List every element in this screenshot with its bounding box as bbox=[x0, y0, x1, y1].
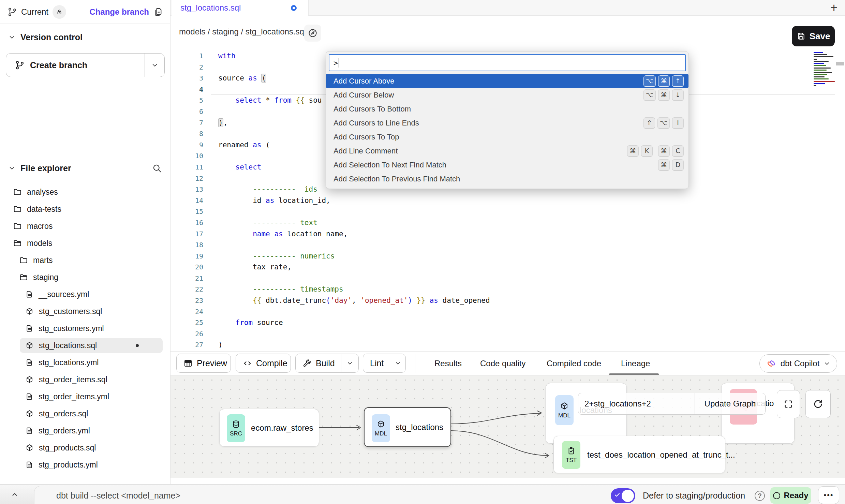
file-icon bbox=[25, 392, 33, 401]
change-branch-link[interactable]: Change branch bbox=[89, 7, 149, 17]
command-item-add-selection-to-previous-find-match[interactable]: Add Selection To Previous Find Match bbox=[326, 172, 688, 186]
tab-code-quality[interactable]: Code quality bbox=[480, 352, 525, 375]
line-number: 25 bbox=[171, 317, 203, 328]
keycap: ⌥ bbox=[643, 75, 656, 87]
command-item-add-cursors-to-line-ends[interactable]: Add Cursors to Line Ends⇧⌥I bbox=[326, 116, 688, 130]
line-number: 9 bbox=[171, 139, 203, 151]
line-number: 19 bbox=[171, 251, 203, 262]
line-text: tax_rate, bbox=[218, 262, 292, 273]
tab-lineage[interactable]: Lineage bbox=[621, 352, 650, 375]
minimap[interactable] bbox=[814, 52, 835, 87]
new-tab-button[interactable]: + bbox=[830, 2, 837, 14]
chevron-down-icon bbox=[8, 164, 16, 172]
fullscreen-button[interactable] bbox=[777, 390, 800, 418]
more-options-button[interactable]: ••• bbox=[818, 486, 839, 504]
lineage-canvas[interactable]: SRC ecom.raw_stores MDL stg_locations MD… bbox=[171, 375, 845, 478]
tab-results[interactable]: Results bbox=[434, 352, 462, 375]
lineage-search-input[interactable]: 2+stg_locations+2 bbox=[578, 399, 695, 409]
shortcut-group: ⌘K bbox=[627, 145, 653, 157]
command-label: Add Cursors to Line Ends bbox=[333, 119, 419, 128]
file-item-stg-locations-sql[interactable]: stg_locations.sql bbox=[0, 337, 170, 354]
dbt-copilot-button[interactable]: dbt Copilot bbox=[759, 354, 837, 373]
command-label: Add Line Comment bbox=[333, 147, 398, 155]
file-label: staging bbox=[33, 273, 58, 282]
navigate-button[interactable] bbox=[304, 25, 321, 42]
line-number: 2 bbox=[171, 62, 203, 73]
chevron-up-icon[interactable] bbox=[10, 490, 19, 499]
command-input[interactable]: dbt build --select <model_name> bbox=[56, 486, 180, 504]
breadcrumb: models / staging / stg_locations.sql bbox=[179, 16, 306, 48]
version-control-header[interactable]: Version control bbox=[0, 29, 170, 45]
file-item-stg-products-sql[interactable]: stg_products.sql bbox=[0, 439, 170, 456]
build-dropdown[interactable] bbox=[341, 354, 358, 372]
command-item-add-cursor-above[interactable]: Add Cursor Above⌥⌘↑ bbox=[326, 74, 688, 88]
git-branch-icon bbox=[15, 60, 25, 70]
command-label: Add Cursor Below bbox=[333, 91, 394, 100]
line-number: 11 bbox=[171, 162, 203, 173]
create-branch-button[interactable]: Create branch bbox=[6, 53, 165, 77]
defer-toggle[interactable] bbox=[611, 488, 635, 503]
lint-dropdown[interactable] bbox=[390, 354, 405, 372]
minimap-line bbox=[814, 63, 824, 64]
command-palette-input[interactable]: > bbox=[329, 54, 686, 71]
minimap-slider[interactable] bbox=[836, 62, 844, 65]
command-item-add-cursor-below[interactable]: Add Cursor Below⌥⌘↓ bbox=[326, 88, 688, 102]
search-icon[interactable] bbox=[152, 163, 162, 173]
file-item-stg-orders-yml[interactable]: stg_orders.yml bbox=[0, 422, 170, 439]
minimap-line bbox=[814, 65, 826, 66]
command-item-add-cursors-to-bottom[interactable]: Add Cursors To Bottom bbox=[326, 102, 688, 116]
command-palette: > Add Cursor Above⌥⌘↑Add Cursor Below⌥⌘↓… bbox=[326, 51, 689, 189]
code-line-14: 14 id as location_id, bbox=[171, 195, 845, 206]
keycap: ⌘ bbox=[658, 159, 670, 171]
code-editor[interactable]: 1with23source as (45 select * from {{ so… bbox=[171, 48, 845, 351]
code-line-23: 23 {{ dbt.date_trunc('day', 'opened_at')… bbox=[171, 295, 845, 306]
line-text: ---------- ids bbox=[218, 184, 317, 195]
refresh-button[interactable] bbox=[805, 390, 831, 418]
line-text: id as location_id, bbox=[218, 195, 330, 206]
command-item-add-cursors-to-top[interactable]: Add Cursors To Top bbox=[326, 130, 688, 144]
line-number: 5 bbox=[171, 95, 203, 106]
file-item-stg-locations-yml[interactable]: stg_locations.yml bbox=[0, 354, 170, 371]
table-icon bbox=[183, 359, 193, 368]
file-item-stg-products-yml[interactable]: stg_products.yml bbox=[0, 456, 170, 473]
compile-button[interactable]: Compile bbox=[236, 354, 291, 373]
file-label: stg_locations.yml bbox=[39, 358, 99, 367]
copy-icon[interactable] bbox=[153, 7, 163, 17]
tab-stg-locations-sql[interactable]: stg_locations.sql bbox=[172, 0, 309, 16]
file-explorer-header[interactable]: File explorer bbox=[0, 160, 170, 176]
file-item-staging[interactable]: staging bbox=[0, 269, 170, 286]
save-button[interactable]: Save bbox=[792, 26, 835, 46]
file-item-macros[interactable]: macros bbox=[0, 218, 170, 235]
line-number: 7 bbox=[171, 117, 203, 129]
model-icon bbox=[25, 375, 34, 384]
file-label: stg_orders.sql bbox=[39, 409, 88, 418]
file-item-stg-orders-sql[interactable]: stg_orders.sql bbox=[0, 405, 170, 422]
defer-label: Defer to staging/production bbox=[643, 486, 745, 504]
help-icon[interactable]: ? bbox=[755, 491, 765, 501]
file-item-models[interactable]: models bbox=[0, 235, 170, 252]
file-item-stg-order-items-yml[interactable]: stg_order_items.yml bbox=[0, 388, 170, 405]
cube-icon bbox=[560, 402, 569, 411]
lint-button[interactable]: Lint bbox=[363, 354, 406, 373]
code-line-16: 16 ---------- text bbox=[171, 217, 845, 228]
file-item-analyses[interactable]: analyses bbox=[0, 183, 170, 201]
keycap: ↑ bbox=[672, 75, 684, 87]
file-item-marts[interactable]: marts bbox=[0, 252, 170, 269]
line-text: ) bbox=[218, 339, 223, 351]
code-line-24: 24 bbox=[171, 306, 845, 317]
file-item-data-tests[interactable]: data-tests bbox=[0, 201, 170, 218]
tab-label: stg_locations.sql bbox=[180, 3, 241, 13]
line-text: {{ dbt.date_trunc('day', 'opened_at') }}… bbox=[218, 295, 490, 306]
build-button[interactable]: Build bbox=[295, 354, 359, 373]
tab-compiled-code[interactable]: Compiled code bbox=[547, 352, 601, 375]
command-item-add-selection-to-next-find-match[interactable]: Add Selection To Next Find Match⌘D bbox=[326, 158, 688, 172]
file-item--sources-yml[interactable]: __sources.yml bbox=[0, 286, 170, 303]
update-graph-button[interactable]: Update Graph bbox=[695, 399, 765, 409]
preview-button[interactable]: Preview bbox=[176, 354, 231, 373]
file-item-stg-order-items-sql[interactable]: stg_order_items.sql bbox=[0, 371, 170, 388]
file-label: stg_order_items.yml bbox=[39, 392, 109, 401]
file-item-stg-customers-sql[interactable]: stg_customers.sql bbox=[0, 303, 170, 320]
command-item-add-line-comment[interactable]: Add Line Comment⌘K⌘C bbox=[326, 144, 688, 158]
file-item-stg-customers-yml[interactable]: stg_customers.yml bbox=[0, 320, 170, 337]
create-branch-dropdown[interactable] bbox=[145, 54, 164, 77]
